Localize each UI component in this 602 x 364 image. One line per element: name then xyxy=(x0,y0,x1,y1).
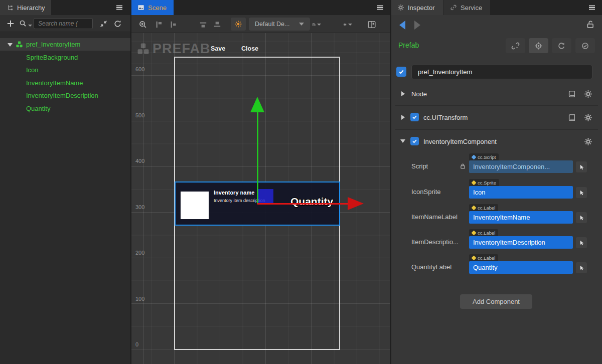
ruler-label: 0 xyxy=(135,341,138,347)
camera-menu-icon[interactable] xyxy=(312,20,321,29)
type-diamond-icon xyxy=(472,255,477,260)
gizmo-x-axis-line[interactable] xyxy=(257,203,348,205)
prefab-apply-button[interactable] xyxy=(575,38,595,53)
reference-picker-button[interactable] xyxy=(576,237,587,248)
device-dropdown[interactable]: Default De... xyxy=(249,18,310,31)
inspector-tabbar: Inspector Service xyxy=(391,0,602,15)
tree-item-root[interactable]: pref_InventoryItem xyxy=(0,38,130,51)
collapse-all-icon[interactable] xyxy=(99,20,108,28)
property-label: QuantityLabel xyxy=(411,263,452,271)
align-left-icon[interactable] xyxy=(155,20,164,29)
property-type-tag: cc.Label xyxy=(469,254,498,261)
gizmo-y-axis-line[interactable] xyxy=(257,112,258,204)
search-input[interactable] xyxy=(34,18,93,29)
align-bottom-icon[interactable] xyxy=(213,20,222,29)
nav-back-icon[interactable] xyxy=(399,21,405,30)
align-right-icon[interactable] xyxy=(169,20,178,29)
gizmo-x-axis-arrow-icon[interactable] xyxy=(348,197,364,210)
hierarchy-tree-icon xyxy=(6,4,14,12)
ruler-label: 200 xyxy=(135,250,144,256)
scene-menu-icon[interactable] xyxy=(376,4,384,12)
reference-picker-button[interactable] xyxy=(576,262,587,273)
node-settings-gear-icon[interactable] xyxy=(584,90,592,98)
scene-tabbar: Scene xyxy=(131,0,390,15)
tab-scene[interactable]: Scene xyxy=(131,0,174,15)
tree-item-Quantity[interactable]: Quantity xyxy=(26,102,50,115)
section-node-label: Node xyxy=(411,90,427,98)
tab-hierarchy[interactable]: Hierarchy xyxy=(0,0,51,15)
uitransform-settings-gear-icon[interactable] xyxy=(584,113,592,122)
property-type-label: cc.Label xyxy=(478,230,495,236)
tree-item-InventoryItemDescription[interactable]: InventoryItemDescription xyxy=(26,89,98,102)
property-reference-field[interactable]: Icon xyxy=(469,186,573,199)
tab-scene-label: Scene xyxy=(148,4,167,12)
property-reference-field[interactable]: Quantity xyxy=(469,261,573,274)
tree-item-Icon[interactable]: Icon xyxy=(26,64,39,76)
divider xyxy=(395,129,598,130)
align-top-icon[interactable] xyxy=(199,20,208,29)
section-component-label: InventoryItemComponent xyxy=(423,138,497,145)
type-diamond-icon xyxy=(472,180,477,185)
refresh-icon[interactable] xyxy=(113,20,122,28)
property-reference-field[interactable]: InventoryItemName xyxy=(469,211,573,224)
scene-image-icon xyxy=(137,4,144,11)
expand-caret-icon[interactable] xyxy=(8,43,13,47)
nav-forward-icon[interactable] xyxy=(414,21,420,30)
search-filter-icon[interactable] xyxy=(19,20,32,28)
create-node-icon[interactable] xyxy=(6,19,15,28)
reference-picker-button[interactable] xyxy=(576,212,587,223)
type-diamond-icon xyxy=(472,230,477,235)
scene-toolbar: Default De... xyxy=(131,15,390,33)
gizmo-y-axis-arrow-icon[interactable] xyxy=(250,97,264,112)
property-type-label: cc.Sprite xyxy=(478,180,496,186)
prefab-revert-button[interactable] xyxy=(552,38,571,53)
uitransform-help-book-icon[interactable] xyxy=(568,113,576,122)
type-diamond-icon xyxy=(472,205,477,210)
inspector-menu-icon[interactable] xyxy=(588,4,596,12)
hierarchy-menu-icon[interactable] xyxy=(115,4,123,12)
tab-inspector-label: Inspector xyxy=(408,4,434,12)
property-type-label: cc.Label xyxy=(478,205,495,211)
prefab-unlink-button[interactable] xyxy=(506,38,525,53)
component-settings-gear-icon[interactable] xyxy=(584,137,592,146)
property-type-label: cc.Script xyxy=(478,154,496,160)
tab-service[interactable]: Service xyxy=(444,0,490,15)
layout-window-icon[interactable] xyxy=(367,20,376,29)
dropdown-caret-icon xyxy=(299,23,304,26)
inventory-item-icon-sprite xyxy=(181,192,209,219)
uitransform-enabled-checkbox[interactable] xyxy=(410,113,419,121)
ruler-label: 600 xyxy=(135,66,144,72)
node-expand-caret-icon[interactable] xyxy=(401,91,405,96)
ruler-label: 400 xyxy=(135,158,144,164)
node-help-book-icon[interactable] xyxy=(568,90,576,98)
property-reference-field[interactable]: InventoryItemComponen... xyxy=(469,160,573,173)
uitransform-expand-caret-icon[interactable] xyxy=(401,115,405,120)
property-label: ItemNameLabel xyxy=(411,213,458,221)
property-row-ItemNameLabel: ItemNameLabelcc.LabelInventoryItemName xyxy=(391,204,602,232)
gizmo-light-toggle[interactable] xyxy=(231,18,246,31)
tree-item-InventoryItemName[interactable]: InventoryItemName xyxy=(26,77,83,89)
lock-icon xyxy=(460,163,466,169)
reference-picker-button[interactable] xyxy=(576,187,587,198)
node-name-field[interactable]: pref_InventoryItem xyxy=(411,65,592,79)
component-collapse-caret-icon[interactable] xyxy=(400,139,405,143)
zoom-tool-icon[interactable] xyxy=(138,20,147,29)
reference-picker-button[interactable] xyxy=(576,161,587,172)
add-component-button[interactable]: Add Component xyxy=(460,294,532,309)
tree-item-SpriteBackground[interactable]: SpriteBackground xyxy=(26,51,78,64)
property-label: IconSprite xyxy=(411,188,441,196)
property-row-QuantityLabel: QuantityLabelcc.LabelQuantity xyxy=(391,254,602,282)
tab-inspector[interactable]: Inspector xyxy=(391,0,443,15)
unlock-icon[interactable] xyxy=(586,20,595,29)
scene-canvas[interactable]: 6005004003002001000 PREFAB Save Close In… xyxy=(131,33,390,364)
gizmo-xy-plane-handle[interactable] xyxy=(258,189,273,203)
property-reference-field[interactable]: InventoryItemDescription xyxy=(469,236,573,249)
node-active-checkbox[interactable] xyxy=(396,67,406,77)
prefab-locate-button[interactable] xyxy=(529,38,548,53)
property-row-IconSprite: IconSpritecc.SpriteIcon xyxy=(391,178,602,207)
hierarchy-toolbar xyxy=(0,15,130,32)
prefab-close-button[interactable]: Close xyxy=(241,45,258,52)
prefab-save-button[interactable]: Save xyxy=(211,45,225,52)
scene-settings-gear-icon[interactable] xyxy=(343,20,352,29)
component-enabled-checkbox[interactable] xyxy=(410,137,419,145)
